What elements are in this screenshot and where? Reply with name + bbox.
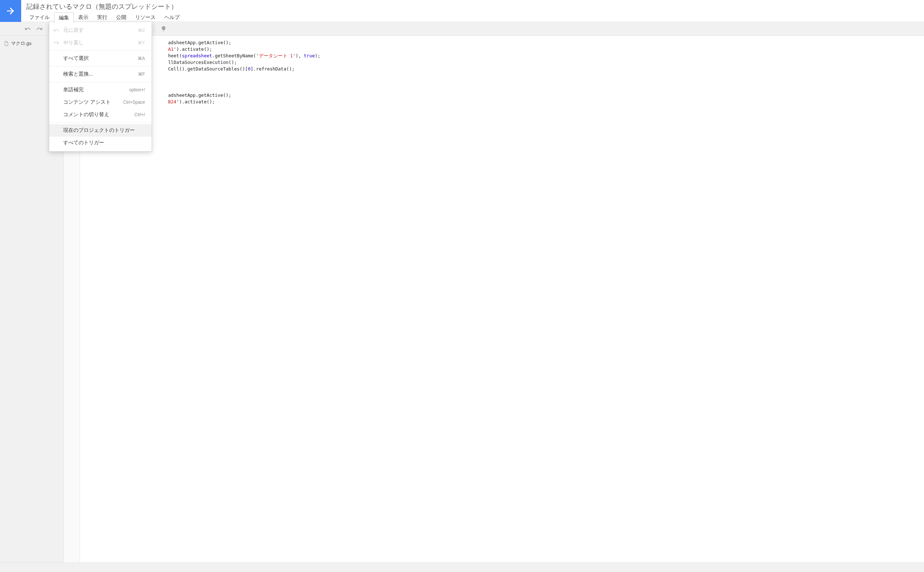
menu-current-project-triggers[interactable]: 現在のプロジェクトのトリガー — [49, 124, 152, 137]
shortcut-label: ⌘Y — [138, 40, 145, 45]
menu-item-label: コンテンツ アシスト — [63, 99, 111, 106]
code-content: xxxxxxxxxxxxxxxxxxxxxxxxxxxxxxxadsheetAp… — [83, 36, 924, 105]
menu-help[interactable]: ヘルプ — [160, 12, 184, 23]
toolbar-separator — [154, 25, 155, 33]
menu-undo[interactable]: 元に戻す ⌘Z — [49, 24, 152, 37]
file-icon — [4, 41, 9, 46]
menu-separator — [49, 66, 152, 67]
menu-content-assist[interactable]: コンテンツ アシスト Ctrl+Space — [49, 96, 152, 109]
file-item-label: マクロ.gs — [11, 40, 31, 47]
menu-select-all[interactable]: すべて選択 ⌘A — [49, 52, 152, 65]
shortcut-label: ⌘F — [138, 72, 145, 77]
arrow-right-icon — [5, 5, 16, 16]
menu-separator — [49, 50, 152, 51]
menu-item-label: すべてのトリガー — [63, 140, 104, 146]
menu-item-label: 現在のプロジェクトのトリガー — [63, 127, 135, 134]
shortcut-label: ⌘Z — [138, 28, 145, 33]
lightbulb-icon — [160, 26, 167, 32]
undo-button[interactable] — [23, 24, 33, 34]
undo-icon — [53, 27, 59, 33]
menu-item-label: 検索と置換... — [63, 71, 93, 78]
menu-find-replace[interactable]: 検索と置換... ⌘F — [49, 68, 152, 80]
shortcut-label: Ctrl+Space — [123, 100, 145, 105]
redo-button[interactable] — [34, 24, 45, 34]
header: 記録されているマクロ（無題のスプレッドシート） ファイル 編集 表示 実行 公開… — [0, 0, 924, 22]
edit-menu-dropdown: 元に戻す ⌘Z やり直し ⌘Y すべて選択 ⌘A 検索と置換... ⌘F 単語補… — [49, 22, 152, 152]
menu-toggle-comment[interactable]: コメントの切り替え Ctrl+/ — [49, 109, 152, 121]
menu-word-complete[interactable]: 単語補完 option+/ — [49, 84, 152, 96]
undo-icon — [25, 26, 31, 32]
menu-item-label: すべて選択 — [63, 55, 89, 62]
menu-item-label: 元に戻す — [63, 27, 84, 34]
menu-separator — [49, 82, 152, 82]
menu-item-label: やり直し — [63, 39, 84, 46]
document-title[interactable]: 記録されているマクロ（無題のスプレッドシート） — [25, 2, 184, 12]
code-editor[interactable]: xxxxxxxxxxxxxxxxxxxxxxxxxxxxxxxadsheetAp… — [64, 36, 924, 563]
redo-icon — [36, 26, 43, 32]
menu-redo[interactable]: やり直し ⌘Y — [49, 37, 152, 49]
menu-all-triggers[interactable]: すべてのトリガー — [49, 137, 152, 149]
menu-item-label: 単語補完 — [63, 87, 84, 93]
shortcut-label: option+/ — [129, 87, 145, 92]
redo-icon — [53, 40, 59, 46]
menu-item-label: コメントの切り替え — [63, 111, 109, 118]
menu-separator — [49, 122, 152, 123]
toolbar-separator — [48, 25, 48, 33]
menu-edit[interactable]: 編集 — [54, 12, 74, 23]
lightbulb-button[interactable] — [158, 24, 169, 34]
status-bar — [0, 563, 924, 572]
apps-script-logo — [0, 0, 21, 22]
shortcut-label: Ctrl+/ — [134, 112, 145, 117]
title-area: 記録されているマクロ（無題のスプレッドシート） ファイル 編集 表示 実行 公開… — [21, 0, 186, 23]
shortcut-label: ⌘A — [138, 56, 145, 61]
